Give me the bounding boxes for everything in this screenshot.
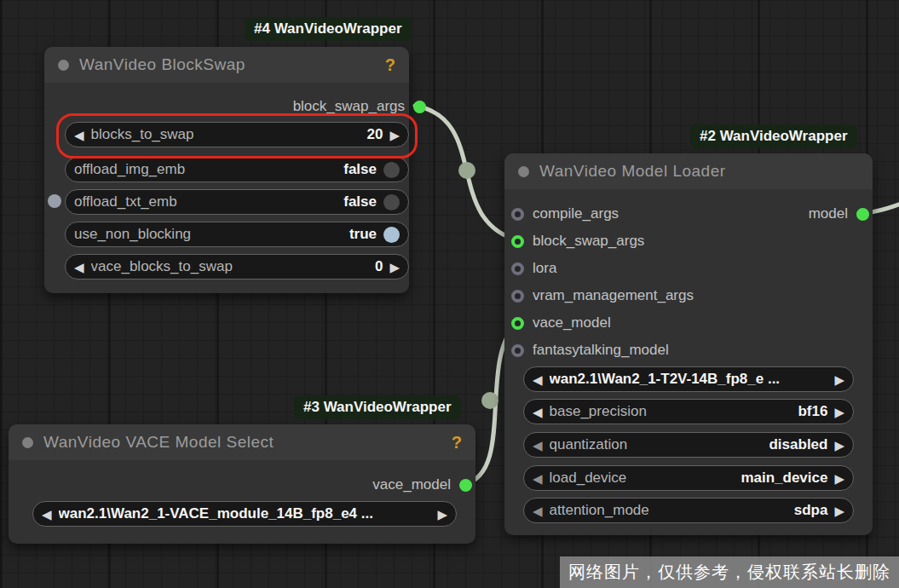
widget-label: use_non_blocking: [74, 226, 343, 243]
widget-value: disabled: [769, 436, 827, 453]
widget-offload-txt-emb[interactable]: offload_txt_emb false: [65, 189, 409, 215]
collapse-dot-icon[interactable]: [22, 437, 33, 448]
widget-value: main_device: [741, 470, 827, 487]
prev-arrow-icon[interactable]: ◀: [533, 504, 543, 517]
input-slot-vace-model: vace_model: [511, 314, 611, 331]
widget-vace-blocks-to-swap[interactable]: ◀ vace_blocks_to_swap 0 ▶: [65, 254, 409, 280]
next-arrow-icon[interactable]: ▶: [834, 472, 844, 485]
node-title: WanVideo Model Loader: [539, 162, 859, 181]
input-dot-offload-txt-emb[interactable]: [48, 194, 61, 208]
widget-value: wan2.1\Wan2_1-T2V-14B_fp8_e ...: [550, 371, 828, 388]
input-dot-vram-management-args[interactable]: [511, 290, 524, 303]
widget-value: bf16: [798, 403, 827, 420]
widget-attention-mode[interactable]: ◀ attention_mode sdpa ▶: [523, 498, 854, 523]
output-dot-block-swap-args[interactable]: [413, 101, 426, 113]
input-label: lora: [533, 260, 556, 277]
node-title: WanVideo VACE Model Select: [43, 433, 441, 452]
input-label: vace_model: [533, 314, 611, 331]
collapse-dot-icon[interactable]: [58, 60, 69, 71]
output-dot-model[interactable]: [856, 208, 869, 221]
input-label: vram_management_args: [533, 287, 694, 304]
node-title: WanVideo BlockSwap: [79, 55, 375, 74]
widget-value: sdpa: [794, 502, 828, 519]
toggle-off-icon[interactable]: [383, 162, 400, 178]
widget-label: load_device: [550, 470, 735, 487]
prev-arrow-icon[interactable]: ◀: [533, 439, 543, 452]
node-badge-4: #4 WanVideoWrapper: [245, 17, 412, 41]
toggle-on-icon[interactable]: [383, 227, 400, 243]
widget-value: false: [343, 193, 377, 210]
input-dot-vace-model[interactable]: [511, 317, 524, 330]
widget-base-precision[interactable]: ◀ base_precision bf16 ▶: [523, 399, 854, 424]
output-label: vace_model: [372, 476, 451, 493]
output-dot-vace-model[interactable]: [459, 479, 472, 492]
selection-highlight: [56, 113, 418, 159]
output-slot-vace-model: vace_model: [332, 476, 472, 493]
prev-arrow-icon[interactable]: ◀: [42, 508, 52, 521]
widget-use-non-blocking[interactable]: use_non_blocking true: [65, 222, 409, 247]
input-slot-fantasytalking-model: fantasytalking_model: [511, 342, 669, 359]
node-badge-2: #2 WanVideoWrapper: [690, 124, 857, 148]
toggle-off-icon[interactable]: [383, 194, 400, 210]
widget-label: vace_blocks_to_swap: [91, 258, 368, 275]
input-label: fantasytalking_model: [533, 342, 669, 359]
help-icon[interactable]: ?: [452, 433, 462, 453]
widget-value: true: [349, 226, 377, 243]
next-arrow-icon[interactable]: ▶: [834, 504, 844, 517]
next-arrow-icon[interactable]: ▶: [834, 406, 844, 418]
widget-load-device[interactable]: ◀ load_device main_device ▶: [523, 465, 854, 491]
node-badge-3: #3 WanVideoWrapper: [294, 395, 461, 419]
comfyui-canvas[interactable]: { "blockswap": { "badge": "#4 WanVideoWr…: [0, 0, 899, 588]
output-slot-model: model: [741, 205, 869, 222]
input-dot-block-swap-args[interactable]: [511, 235, 524, 248]
widget-label: base_precision: [550, 403, 792, 420]
decrement-arrow-icon[interactable]: ◀: [74, 261, 84, 274]
widget-label: quantization: [550, 436, 763, 453]
wire-dot-vace-link[interactable]: [481, 392, 498, 409]
widget-value: wan2.1\Wan2_1-VACE_module_14B_fp8_e4 ...: [59, 505, 431, 522]
output-label: model: [809, 205, 848, 222]
input-dot-fantasytalking-model[interactable]: [511, 344, 524, 357]
collapse-dot-icon[interactable]: [518, 166, 529, 177]
watermark-text: 网络图片，仅供参考，侵权联系站长删除: [560, 556, 899, 588]
help-icon[interactable]: ?: [385, 55, 395, 75]
output-slot-block-swap-args: block_swap_args: [281, 98, 426, 115]
input-dot-lora[interactable]: [511, 262, 524, 275]
next-arrow-icon[interactable]: ▶: [834, 373, 844, 386]
input-label: compile_args: [533, 205, 619, 222]
increment-arrow-icon[interactable]: ▶: [389, 261, 400, 274]
widget-value: 0: [375, 258, 383, 275]
node-header[interactable]: WanVideo BlockSwap ?: [44, 47, 409, 83]
widget-vace-model-name[interactable]: ◀ wan2.1\Wan2_1-VACE_module_14B_fp8_e4 .…: [32, 501, 457, 527]
input-label: block_swap_args: [533, 233, 644, 250]
next-arrow-icon[interactable]: ▶: [834, 439, 844, 452]
widget-model-name[interactable]: ◀ wan2.1\Wan2_1-T2V-14B_fp8_e ... ▶: [523, 366, 854, 392]
input-slot-lora: lora: [511, 260, 556, 277]
input-slot-compile-args: compile_args: [511, 205, 619, 222]
node-header[interactable]: WanVideo Model Loader: [504, 153, 873, 189]
widget-value: false: [343, 161, 377, 178]
widget-label: offload_img_emb: [74, 161, 337, 178]
prev-arrow-icon[interactable]: ◀: [533, 406, 543, 418]
prev-arrow-icon[interactable]: ◀: [533, 373, 543, 386]
input-slot-block-swap-args: block_swap_args: [511, 233, 644, 250]
widget-label: attention_mode: [550, 502, 787, 519]
wire-dot-blockswap-link[interactable]: [458, 162, 475, 179]
input-dot-compile-args[interactable]: [511, 208, 524, 221]
widget-quantization[interactable]: ◀ quantization disabled ▶: [523, 432, 854, 458]
output-label: block_swap_args: [293, 98, 405, 115]
prev-arrow-icon[interactable]: ◀: [533, 472, 543, 485]
widget-label: offload_txt_emb: [74, 193, 337, 210]
input-slot-vram-management-args: vram_management_args: [511, 287, 694, 304]
node-header[interactable]: WanVideo VACE Model Select ?: [9, 424, 475, 460]
next-arrow-icon[interactable]: ▶: [437, 508, 447, 521]
widget-offload-img-emb[interactable]: offload_img_emb false: [65, 157, 409, 182]
